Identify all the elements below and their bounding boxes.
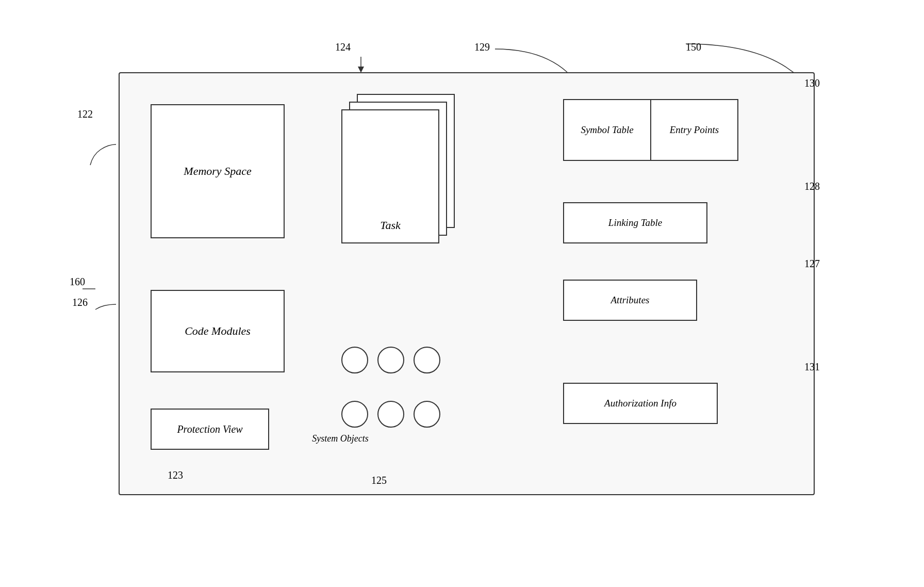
task-label: Task	[380, 219, 401, 232]
circle-5	[377, 401, 404, 428]
task-stack: Task	[341, 94, 455, 254]
circle-6	[414, 401, 440, 428]
symbol-entry-box: Symbol Table Entry Points	[563, 99, 738, 161]
system-objects-label: System Objects	[289, 433, 392, 444]
memory-space-box: Memory Space	[151, 104, 285, 238]
ref-125: 125	[371, 475, 387, 486]
auth-info-label: Authorization Info	[604, 398, 676, 409]
entry-points-box: Entry Points	[651, 100, 737, 160]
circle-3	[414, 347, 440, 373]
attributes-box: Attributes	[563, 280, 697, 321]
ref-129: 129	[474, 41, 490, 53]
circle-4	[341, 401, 368, 428]
entry-points-label: Entry Points	[670, 124, 719, 136]
memory-space-label: Memory Space	[184, 165, 251, 178]
protection-view-box: Protection View	[151, 409, 269, 450]
code-modules-box: Code Modules	[151, 290, 285, 372]
ref-160: 160	[70, 276, 85, 288]
linking-table-label: Linking Table	[608, 217, 662, 229]
circle-1	[341, 347, 368, 373]
diagram-container: Memory Space Task Code Modules Protectio…	[67, 41, 866, 531]
linking-table-box: Linking Table	[563, 202, 707, 243]
task-box-front: Task	[341, 109, 439, 243]
symbol-table-label: Symbol Table	[581, 124, 633, 136]
ref-150: 150	[686, 41, 701, 53]
auth-info-box: Authorization Info	[563, 383, 718, 424]
attributes-label: Attributes	[611, 295, 650, 306]
code-modules-label: Code Modules	[185, 324, 251, 338]
ref-127: 127	[804, 258, 820, 270]
ref-126: 126	[72, 297, 88, 308]
ref-128: 128	[804, 181, 820, 192]
ref-122: 122	[77, 108, 93, 120]
ref-130: 130	[804, 77, 820, 89]
protection-view-label: Protection View	[177, 423, 242, 435]
ref-131: 131	[804, 361, 820, 373]
circle-2	[377, 347, 404, 373]
ref-123: 123	[168, 469, 183, 481]
ref-124: 124	[335, 41, 351, 53]
symbol-table-box: Symbol Table	[564, 100, 651, 160]
main-box: Memory Space Task Code Modules Protectio…	[119, 72, 815, 495]
